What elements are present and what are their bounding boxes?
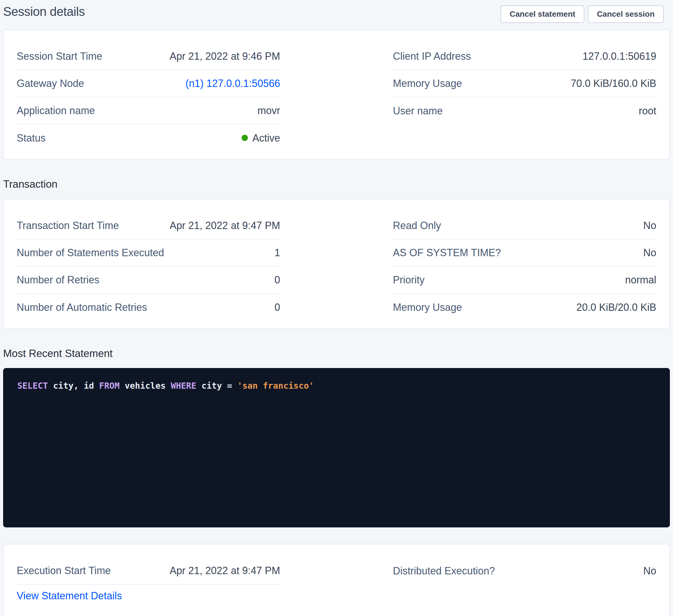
- statements-executed-value: 1: [274, 247, 280, 259]
- statements-executed-label: Number of Statements Executed: [17, 247, 164, 259]
- transaction-start-time-value: Apr 21, 2022 at 9:47 PM: [170, 220, 280, 232]
- client-ip-address-row: Client IP Address127.0.0.1:50619: [393, 43, 656, 70]
- user-name-value: root: [639, 105, 656, 117]
- client-ip-address-label: Client IP Address: [393, 50, 471, 62]
- read-only-row: Read OnlyNo: [393, 212, 656, 240]
- client-ip-address-value: 127.0.0.1:50619: [583, 50, 656, 62]
- sql-token-plain: vehicles: [120, 381, 171, 391]
- session-memory-usage-value: 70.0 KiB/160.0 KiB: [571, 77, 656, 89]
- cancel-statement-button[interactable]: Cancel statement: [500, 5, 584, 23]
- application-name-label: Application name: [17, 105, 95, 117]
- page-header: Session details Cancel statement Cancel …: [3, 0, 670, 29]
- read-only-label: Read Only: [393, 220, 441, 232]
- transaction-left-column: Transaction Start TimeApr 21, 2022 at 9:…: [17, 212, 280, 321]
- gateway-node-value: (n1) 127.0.0.1:50566: [186, 77, 280, 89]
- priority-value: normal: [625, 274, 656, 286]
- application-name-row: Application namemovr: [17, 97, 280, 124]
- as-of-system-time-row: AS OF SYSTEM TIME?No: [393, 240, 656, 267]
- session-status-label: Status: [17, 132, 46, 144]
- sql-token-keyword: FROM: [99, 381, 120, 391]
- sql-token-keyword: SELECT: [17, 381, 48, 391]
- transaction-card: Transaction Start TimeApr 21, 2022 at 9:…: [3, 199, 670, 329]
- session-info-right-column: Client IP Address127.0.0.1:50619Memory U…: [393, 43, 656, 152]
- cancel-session-button[interactable]: Cancel session: [588, 5, 664, 23]
- session-details-page: Session details Cancel statement Cancel …: [0, 0, 673, 616]
- as-of-system-time-label: AS OF SYSTEM TIME?: [393, 247, 501, 259]
- session-info-card: Session Start TimeApr 21, 2022 at 9:46 P…: [3, 29, 670, 160]
- distributed-execution-value: No: [643, 565, 656, 577]
- priority-label: Priority: [393, 274, 425, 286]
- execution-card: Execution Start TimeApr 21, 2022 at 9:47…: [3, 544, 670, 616]
- execution-start-time-value: Apr 21, 2022 at 9:47 PM: [170, 565, 280, 577]
- user-name-row: User nameroot: [393, 97, 656, 124]
- session-info-left-column: Session Start TimeApr 21, 2022 at 9:46 P…: [17, 43, 280, 152]
- application-name-value: movr: [257, 105, 280, 117]
- transaction-heading: Transaction: [3, 178, 670, 191]
- gateway-node-label: Gateway Node: [17, 77, 84, 89]
- automatic-retries-value: 0: [274, 301, 280, 313]
- sql-code-block: SELECT city, id FROM vehicles WHERE city…: [3, 368, 670, 527]
- status-active-dot-icon: [242, 135, 248, 141]
- view-statement-details-link[interactable]: View Statement Details: [17, 590, 122, 602]
- view-statement-details-row: View Statement Details: [17, 585, 280, 607]
- gateway-node-row: Gateway Node(n1) 127.0.0.1:50566: [17, 70, 280, 97]
- execution-left-column: Execution Start TimeApr 21, 2022 at 9:47…: [17, 557, 280, 607]
- execution-right-column: Distributed Execution?No: [393, 557, 656, 607]
- gateway-node-link[interactable]: (n1) 127.0.0.1:50566: [186, 77, 280, 89]
- transaction-memory-usage-value: 20.0 KiB/20.0 KiB: [577, 301, 656, 313]
- sql-token-string: 'san francisco': [237, 381, 314, 391]
- distributed-execution-label: Distributed Execution?: [393, 565, 495, 577]
- sql-statement: SELECT city, id FROM vehicles WHERE city…: [17, 380, 656, 392]
- header-buttons: Cancel statement Cancel session: [500, 5, 664, 23]
- session-status-row: StatusActive: [17, 124, 280, 152]
- transaction-right-column: Read OnlyNoAS OF SYSTEM TIME?NoPriorityn…: [393, 212, 656, 321]
- statements-executed-row: Number of Statements Executed1: [17, 240, 280, 267]
- distributed-execution-row: Distributed Execution?No: [393, 557, 656, 585]
- session-start-time-value: Apr 21, 2022 at 9:46 PM: [170, 50, 280, 62]
- number-of-retries-row: Number of Retries0: [17, 267, 280, 294]
- transaction-memory-usage-row: Memory Usage20.0 KiB/20.0 KiB: [393, 294, 656, 321]
- user-name-label: User name: [393, 105, 443, 117]
- priority-row: Prioritynormal: [393, 267, 656, 294]
- sql-token-plain: city: [196, 381, 227, 391]
- page-title: Session details: [3, 5, 85, 19]
- session-memory-usage-label: Memory Usage: [393, 77, 462, 89]
- session-start-time-label: Session Start Time: [17, 50, 102, 62]
- sql-token-plain: city, id: [48, 381, 99, 391]
- transaction-start-time-row: Transaction Start TimeApr 21, 2022 at 9:…: [17, 212, 280, 240]
- number-of-retries-label: Number of Retries: [17, 274, 99, 286]
- execution-start-time-row: Execution Start TimeApr 21, 2022 at 9:47…: [17, 557, 280, 585]
- session-start-time-row: Session Start TimeApr 21, 2022 at 9:46 P…: [17, 43, 280, 70]
- transaction-memory-usage-label: Memory Usage: [393, 301, 462, 313]
- session-status-value: Active: [242, 132, 280, 144]
- as-of-system-time-value: No: [643, 247, 656, 259]
- sql-token-keyword: WHERE: [171, 381, 196, 391]
- execution-rows: Execution Start TimeApr 21, 2022 at 9:47…: [17, 557, 280, 585]
- automatic-retries-row: Number of Automatic Retries0: [17, 294, 280, 321]
- session-memory-usage-row: Memory Usage70.0 KiB/160.0 KiB: [393, 70, 656, 97]
- transaction-start-time-label: Transaction Start Time: [17, 220, 119, 232]
- execution-start-time-label: Execution Start Time: [17, 565, 111, 577]
- sql-token-plain: =: [227, 381, 237, 391]
- automatic-retries-label: Number of Automatic Retries: [17, 301, 147, 313]
- number-of-retries-value: 0: [274, 274, 280, 286]
- most-recent-statement-heading: Most Recent Statement: [3, 347, 670, 360]
- read-only-value: No: [643, 220, 656, 232]
